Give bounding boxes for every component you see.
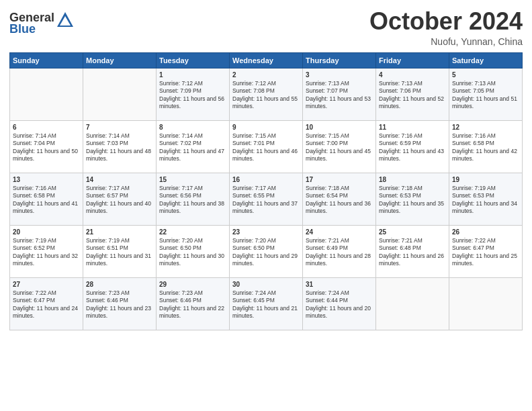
day-info: Sunrise: 7:16 AMSunset: 6:59 PMDaylight:…	[379, 132, 446, 163]
day-number: 15	[159, 176, 226, 183]
calendar-cell: 20Sunrise: 7:19 AMSunset: 6:52 PMDayligh…	[10, 225, 83, 277]
calendar-cell: 13Sunrise: 7:16 AMSunset: 6:58 PMDayligh…	[10, 173, 83, 225]
page-container: General Blue October 2024 Nuofu, Yunnan,…	[0, 0, 532, 336]
calendar-header-row: SundayMondayTuesdayWednesdayThursdayFrid…	[10, 52, 523, 68]
calendar-cell: 26Sunrise: 7:22 AMSunset: 6:47 PMDayligh…	[449, 225, 523, 277]
calendar-cell: 16Sunrise: 7:17 AMSunset: 6:55 PMDayligh…	[230, 173, 303, 225]
day-number: 23	[232, 228, 300, 236]
day-info: Sunrise: 7:21 AMSunset: 6:49 PMDaylight:…	[306, 237, 373, 268]
day-info: Sunrise: 7:12 AMSunset: 7:09 PMDaylight:…	[159, 80, 226, 111]
calendar-cell: 12Sunrise: 7:16 AMSunset: 6:58 PMDayligh…	[449, 120, 523, 173]
calendar-cell: 29Sunrise: 7:23 AMSunset: 6:46 PMDayligh…	[157, 277, 230, 330]
day-info: Sunrise: 7:15 AMSunset: 7:00 PMDaylight:…	[306, 132, 373, 163]
day-number: 6	[13, 124, 80, 131]
calendar-cell: 9Sunrise: 7:15 AMSunset: 7:01 PMDaylight…	[230, 120, 303, 173]
calendar-cell: 21Sunrise: 7:19 AMSunset: 6:51 PMDayligh…	[83, 225, 157, 277]
week-row-3: 13Sunrise: 7:16 AMSunset: 6:58 PMDayligh…	[10, 173, 523, 225]
day-info: Sunrise: 7:14 AMSunset: 7:02 PMDaylight:…	[159, 132, 226, 163]
calendar-cell: 31Sunrise: 7:24 AMSunset: 6:44 PMDayligh…	[303, 277, 376, 330]
calendar-table: SundayMondayTuesdayWednesdayThursdayFrid…	[9, 52, 523, 330]
day-info: Sunrise: 7:17 AMSunset: 6:57 PMDaylight:…	[86, 185, 153, 216]
day-number: 20	[13, 228, 80, 236]
header-day-wednesday: Wednesday	[230, 52, 303, 68]
calendar-cell: 18Sunrise: 7:18 AMSunset: 6:53 PMDayligh…	[376, 173, 449, 225]
day-info: Sunrise: 7:23 AMSunset: 6:46 PMDaylight:…	[86, 289, 153, 320]
day-number: 7	[86, 124, 153, 131]
day-number: 13	[13, 176, 80, 183]
day-number: 30	[232, 281, 300, 288]
day-info: Sunrise: 7:13 AMSunset: 7:05 PMDaylight:…	[452, 80, 519, 111]
day-number: 12	[452, 124, 519, 131]
week-row-4: 20Sunrise: 7:19 AMSunset: 6:52 PMDayligh…	[10, 225, 523, 277]
day-info: Sunrise: 7:19 AMSunset: 6:51 PMDaylight:…	[86, 237, 153, 268]
calendar-cell: 10Sunrise: 7:15 AMSunset: 7:00 PMDayligh…	[303, 120, 376, 173]
calendar-cell: 1Sunrise: 7:12 AMSunset: 7:09 PMDaylight…	[157, 68, 230, 120]
header-day-saturday: Saturday	[449, 52, 523, 68]
day-info: Sunrise: 7:21 AMSunset: 6:48 PMDaylight:…	[379, 237, 446, 268]
calendar-cell: 22Sunrise: 7:20 AMSunset: 6:50 PMDayligh…	[157, 225, 230, 277]
day-info: Sunrise: 7:22 AMSunset: 6:47 PMDaylight:…	[13, 289, 80, 320]
day-number: 18	[379, 176, 446, 183]
day-number: 1	[159, 71, 226, 79]
day-number: 4	[379, 71, 446, 79]
day-info: Sunrise: 7:13 AMSunset: 7:07 PMDaylight:…	[306, 80, 373, 111]
calendar-cell: 28Sunrise: 7:23 AMSunset: 6:46 PMDayligh…	[83, 277, 157, 330]
calendar-cell: 5Sunrise: 7:13 AMSunset: 7:05 PMDaylight…	[449, 68, 523, 120]
calendar-cell: 30Sunrise: 7:24 AMSunset: 6:45 PMDayligh…	[230, 277, 303, 330]
day-info: Sunrise: 7:20 AMSunset: 6:50 PMDaylight:…	[232, 237, 300, 268]
day-info: Sunrise: 7:14 AMSunset: 7:03 PMDaylight:…	[86, 132, 153, 163]
day-number: 16	[232, 176, 300, 183]
calendar-cell: 17Sunrise: 7:18 AMSunset: 6:54 PMDayligh…	[303, 173, 376, 225]
calendar-cell: 3Sunrise: 7:13 AMSunset: 7:07 PMDaylight…	[303, 68, 376, 120]
day-number: 19	[452, 176, 519, 183]
calendar-cell: 8Sunrise: 7:14 AMSunset: 7:02 PMDaylight…	[157, 120, 230, 173]
day-number: 26	[452, 228, 519, 236]
calendar-cell: 19Sunrise: 7:19 AMSunset: 6:53 PMDayligh…	[449, 173, 523, 225]
day-number: 11	[379, 124, 446, 131]
day-number: 2	[232, 71, 300, 79]
day-number: 17	[306, 176, 373, 183]
day-info: Sunrise: 7:23 AMSunset: 6:46 PMDaylight:…	[159, 289, 226, 320]
calendar-cell	[10, 68, 83, 120]
day-info: Sunrise: 7:15 AMSunset: 7:01 PMDaylight:…	[232, 132, 300, 163]
header-day-thursday: Thursday	[303, 52, 376, 68]
day-number: 5	[452, 71, 519, 79]
logo-icon	[56, 11, 75, 30]
day-info: Sunrise: 7:24 AMSunset: 6:45 PMDaylight:…	[232, 289, 300, 320]
calendar-cell: 4Sunrise: 7:13 AMSunset: 7:06 PMDaylight…	[376, 68, 449, 120]
calendar-cell: 25Sunrise: 7:21 AMSunset: 6:48 PMDayligh…	[376, 225, 449, 277]
calendar-cell: 15Sunrise: 7:17 AMSunset: 6:56 PMDayligh…	[157, 173, 230, 225]
calendar-cell: 7Sunrise: 7:14 AMSunset: 7:03 PMDaylight…	[83, 120, 157, 173]
day-info: Sunrise: 7:16 AMSunset: 6:58 PMDaylight:…	[13, 185, 80, 216]
day-info: Sunrise: 7:17 AMSunset: 6:56 PMDaylight:…	[159, 185, 226, 216]
day-number: 29	[159, 281, 226, 288]
calendar-cell: 6Sunrise: 7:14 AMSunset: 7:04 PMDaylight…	[10, 120, 83, 173]
calendar-cell: 11Sunrise: 7:16 AMSunset: 6:59 PMDayligh…	[376, 120, 449, 173]
header-day-tuesday: Tuesday	[157, 52, 230, 68]
header-day-monday: Monday	[83, 52, 157, 68]
calendar-cell: 24Sunrise: 7:21 AMSunset: 6:49 PMDayligh…	[303, 225, 376, 277]
day-info: Sunrise: 7:19 AMSunset: 6:52 PMDaylight:…	[13, 237, 80, 268]
calendar-cell: 2Sunrise: 7:12 AMSunset: 7:08 PMDaylight…	[230, 68, 303, 120]
day-number: 10	[306, 124, 373, 131]
logo: General Blue	[9, 11, 71, 36]
location: Nuofu, Yunnan, China	[369, 36, 523, 47]
header-day-sunday: Sunday	[10, 52, 83, 68]
day-info: Sunrise: 7:12 AMSunset: 7:08 PMDaylight:…	[232, 80, 300, 111]
day-number: 3	[306, 71, 373, 79]
month-title: October 2024	[369, 8, 523, 35]
day-info: Sunrise: 7:17 AMSunset: 6:55 PMDaylight:…	[232, 185, 300, 216]
day-info: Sunrise: 7:18 AMSunset: 6:54 PMDaylight:…	[306, 185, 373, 216]
day-number: 8	[159, 124, 226, 131]
day-number: 31	[306, 281, 373, 288]
day-number: 9	[232, 124, 300, 131]
day-number: 27	[13, 281, 80, 288]
title-block: October 2024 Nuofu, Yunnan, China	[369, 8, 523, 47]
calendar-cell: 14Sunrise: 7:17 AMSunset: 6:57 PMDayligh…	[83, 173, 157, 225]
day-info: Sunrise: 7:18 AMSunset: 6:53 PMDaylight:…	[379, 185, 446, 216]
week-row-2: 6Sunrise: 7:14 AMSunset: 7:04 PMDaylight…	[10, 120, 523, 173]
day-info: Sunrise: 7:14 AMSunset: 7:04 PMDaylight:…	[13, 132, 80, 163]
calendar-cell: 27Sunrise: 7:22 AMSunset: 6:47 PMDayligh…	[10, 277, 83, 330]
day-info: Sunrise: 7:20 AMSunset: 6:50 PMDaylight:…	[159, 237, 226, 268]
day-info: Sunrise: 7:19 AMSunset: 6:53 PMDaylight:…	[452, 185, 519, 216]
